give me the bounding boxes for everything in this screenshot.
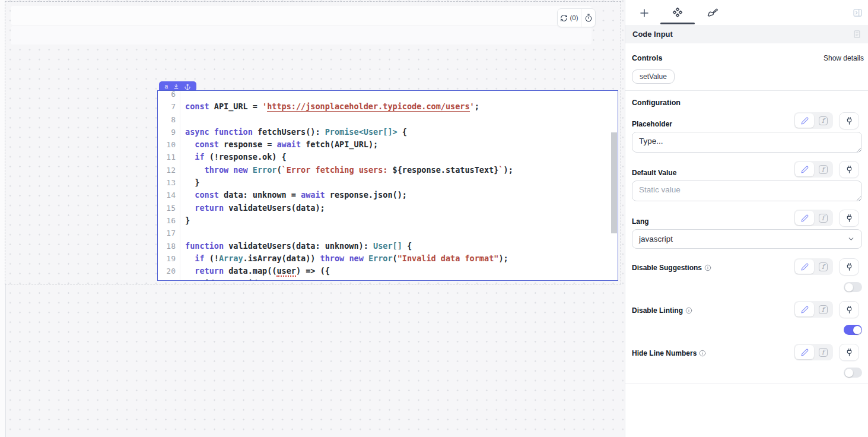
default-value-textarea[interactable] [632,180,862,201]
code-line[interactable]: 14 const data: unknown = await response.… [158,189,618,201]
connect-button[interactable] [839,210,859,227]
history-icon [584,14,593,22]
connect-button[interactable] [839,301,859,318]
fx-icon: f [819,165,828,174]
canvas-run-toolbar: (0) [557,8,596,27]
fx-mode-button[interactable]: f [814,162,832,176]
pencil-icon [801,349,809,356]
code-input-widget[interactable]: 67const API_URL = 'https://jsonplacehold… [157,90,618,281]
static-mode-button[interactable] [795,345,814,359]
refresh-button[interactable]: (0) [558,9,581,27]
fx-mode-button[interactable]: f [814,302,832,316]
line-number: 20 [158,265,180,277]
tab-insert[interactable] [637,6,651,20]
fx-mode-button[interactable]: f [814,211,832,225]
code-line[interactable]: 8 [158,113,618,126]
code-lines[interactable]: 67const API_URL = 'https://jsonplacehold… [158,90,618,281]
code-line[interactable]: 16} [158,214,618,227]
plus-icon [639,8,650,18]
arrow-down-to-line-icon[interactable] [173,84,179,90]
line-number: 19 [158,252,180,265]
mode-group: f [794,161,833,178]
code-line[interactable]: 13 } [158,176,618,189]
code-line[interactable]: 18function validateUsers(data: unknown):… [158,240,618,252]
static-mode-button[interactable] [795,302,814,316]
field-label-hide-line-numbers: Hide Line Numbers [632,349,706,357]
connect-button[interactable] [839,161,859,178]
pencil-icon [801,117,809,125]
tab-styles[interactable] [705,5,719,20]
hide-line-numbers-toggle[interactable] [844,368,862,378]
component-icon [672,7,683,18]
panel-right-icon [853,8,863,18]
lang-select[interactable]: javascript [632,229,862,249]
static-mode-button[interactable] [795,259,814,274]
connect-button[interactable] [839,344,859,361]
line-number: 10 [158,138,180,151]
component-docs-icon[interactable] [853,30,861,39]
mode-group: f [794,301,833,318]
fx-icon: f [819,348,828,357]
code-line[interactable]: 11 if (!response.ok) { [158,151,618,163]
placeholder-textarea[interactable] [632,132,862,153]
mode-group: f [794,210,833,226]
fx-mode-button[interactable]: f [814,113,832,128]
line-number: 12 [158,164,180,176]
static-mode-button[interactable] [795,162,814,176]
toggle-knob [845,283,853,292]
disable-suggestions-toggle[interactable] [844,282,862,292]
line-number: 13 [158,176,180,189]
mode-group: f [794,112,833,129]
line-number: 17 [158,227,180,239]
line-number: 18 [158,240,180,252]
disable-linting-toggle[interactable] [844,325,862,335]
anchor-icon[interactable] [185,84,190,90]
plug-icon [845,214,854,223]
code-line[interactable]: 19 if (!Array.isArray(data)) throw new E… [158,252,618,265]
line-number: 21 [158,277,180,281]
plug-icon [845,262,854,271]
brush-icon [707,7,718,18]
pencil-icon [801,306,809,314]
static-mode-button[interactable] [795,211,814,225]
static-mode-button[interactable] [795,113,814,128]
editor-scrollbar[interactable] [611,132,617,233]
fx-mode-button[interactable]: f [814,259,832,274]
code-line[interactable]: 9async function fetchUsers(): Promise<Us… [158,126,618,138]
code-line[interactable]: 21 id: user.id, [158,277,618,281]
code-line[interactable]: 15 return validateUsers(data); [158,202,618,214]
code-line[interactable]: 17 [158,227,618,239]
field-label-placeholder: Placeholder [632,120,672,128]
canvas-margin [0,0,5,437]
code-line[interactable]: 20 return data.map((user) => ({ [158,265,618,277]
line-number: 14 [158,189,180,201]
setvalue-control-chip[interactable]: setValue [632,69,675,84]
lang-select-value: javascript [639,235,673,243]
code-line[interactable]: 7const API_URL = 'https://jsonplaceholde… [158,100,618,113]
line-number: 8 [158,113,180,126]
line-number: 16 [158,214,180,227]
line-number: 9 [158,126,180,138]
plug-icon [845,116,854,125]
component-title: Code Input [632,30,853,39]
fx-mode-button[interactable]: f [814,345,832,359]
refresh-icon [560,14,568,22]
collapse-panel-button[interactable] [851,7,863,18]
field-label-disable-suggestions: Disable Suggestions [632,264,711,272]
info-icon [685,307,692,314]
mode-group: f [794,258,833,275]
tab-settings[interactable] [670,5,685,20]
connect-button[interactable] [839,258,859,276]
active-tab-indicator [660,23,695,24]
section-divider [625,90,868,91]
line-number: 6 [158,90,180,100]
connect-button[interactable] [839,112,859,129]
history-button[interactable] [581,9,595,27]
pencil-icon [801,214,809,222]
code-line[interactable]: 6 [158,90,618,100]
widget-name: a [165,84,168,90]
code-line[interactable]: 10 const response = await fetch(API_URL)… [158,138,618,151]
show-details-button[interactable]: Show details [816,54,864,62]
code-line[interactable]: 12 throw new Error(`Error fetching users… [158,164,618,176]
app-canvas[interactable]: (0) a 67const API_URL = 'https://jsonpla… [0,0,625,437]
